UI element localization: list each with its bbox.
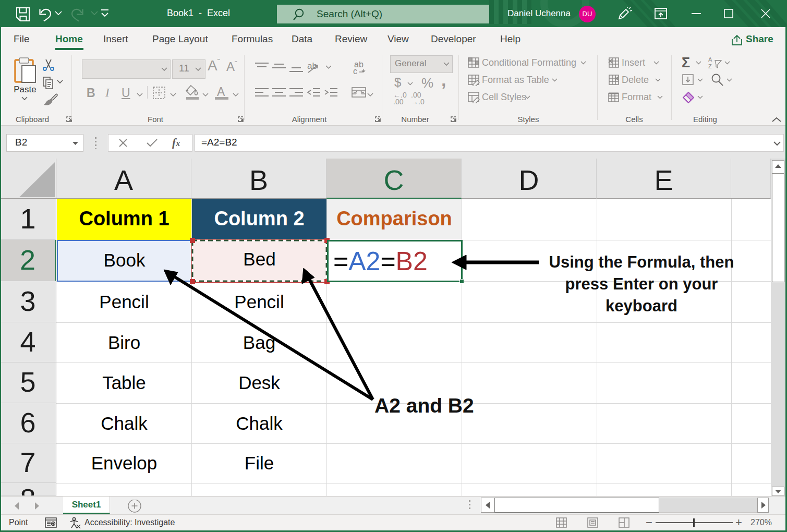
svg-text:A2 and B2: A2 and B2 <box>374 394 474 417</box>
svg-text:Using the Formula, then: Using the Formula, then <box>549 253 734 271</box>
svg-text:press Enter on your: press Enter on your <box>565 275 718 293</box>
svg-text:c: c <box>353 67 357 75</box>
svg-text:Z: Z <box>708 63 712 69</box>
svg-text:A: A <box>708 56 712 63</box>
svg-text:keyboard: keyboard <box>606 297 677 315</box>
